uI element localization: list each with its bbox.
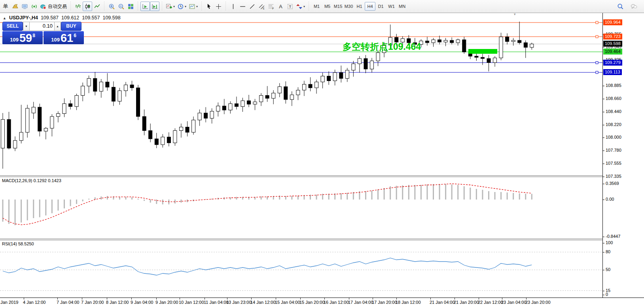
dropdown-arrow-icon[interactable]: ▾ xyxy=(196,5,198,8)
indicators-button[interactable]: ▾ xyxy=(165,2,176,11)
price-tick-label: 108.660 xyxy=(606,96,621,101)
timeframe-w1-button[interactable]: W1 xyxy=(386,2,397,11)
sell-price-display[interactable]: 109 59 8 xyxy=(2,31,43,44)
time-tick-label: 17 Jan 20:00 xyxy=(372,300,397,305)
arrows-button[interactable]: ▾ xyxy=(295,2,306,11)
periods-button[interactable]: ▾ xyxy=(176,2,188,11)
new-order-button[interactable]: 单 xyxy=(1,2,10,11)
axis-tick-mark xyxy=(603,243,604,243)
zoom-in-icon xyxy=(108,3,115,10)
time-tick-label: 17 Jan 04:00 xyxy=(348,300,373,305)
buy-button[interactable]: BUY xyxy=(61,22,81,31)
search-button[interactable] xyxy=(616,2,625,11)
toolbar-separator xyxy=(137,2,139,11)
volume-increase-button[interactable]: ▲ xyxy=(54,22,61,31)
timeframe-mn-button[interactable]: MN xyxy=(397,2,407,11)
buy-price-big: 61 xyxy=(61,32,73,44)
macd-tick-label: -0.8447 xyxy=(606,234,620,239)
price-tick-label: 108.000 xyxy=(606,135,621,139)
rsi-tick-label: 80 xyxy=(606,249,610,254)
time-tick-label: 23 Jan 20:00 xyxy=(525,300,551,305)
zoom-out-button[interactable] xyxy=(116,2,126,11)
autotrading-button[interactable]: 自动交易 xyxy=(39,2,68,11)
fibonacci-button[interactable]: F xyxy=(266,2,276,11)
zoom-in-button[interactable] xyxy=(107,2,116,11)
axis-tick-mark xyxy=(603,184,604,184)
time-axis[interactable]: 3 Jan 20194 Jan 12:007 Jan 04:007 Jan 20… xyxy=(0,298,644,307)
signals-icon-button[interactable] xyxy=(29,2,39,11)
trendline-icon xyxy=(249,3,256,10)
autotrading-icon xyxy=(40,3,47,10)
collapse-panel-icon[interactable]: ▲ xyxy=(3,16,6,20)
chat-button[interactable] xyxy=(629,2,638,11)
terminal-icon-button[interactable] xyxy=(20,2,29,11)
templates-button[interactable]: ▾ xyxy=(188,2,199,11)
timeframe-h1-button[interactable]: H1 xyxy=(354,2,365,11)
toolbar-separator xyxy=(225,2,227,11)
rsi-pane[interactable] xyxy=(0,240,602,298)
sell-button[interactable]: SELL xyxy=(2,22,23,31)
vertical-line-icon xyxy=(230,3,237,10)
volume-input[interactable]: 0.10 xyxy=(30,22,54,31)
crosshair-button[interactable] xyxy=(214,2,223,11)
line-chart-button[interactable] xyxy=(92,2,102,11)
rsi-label: RSI(14) xyxy=(2,241,17,246)
rsi-tick-label: 100 xyxy=(606,240,613,245)
candlestick-button[interactable] xyxy=(83,2,92,11)
channel-button[interactable]: E xyxy=(257,2,266,11)
svg-text:A: A xyxy=(279,4,282,9)
axis-tick-mark xyxy=(603,164,604,164)
sell-price-prefix: 109 xyxy=(10,37,19,43)
toolbar-separator xyxy=(201,2,203,11)
text-label-button[interactable]: T xyxy=(285,2,295,11)
price-axis[interactable]: 109.765109.545109.325108.885108.660108.4… xyxy=(602,13,644,298)
macd-value-1: 0.1292 xyxy=(33,178,47,183)
high-value: 109.612 xyxy=(61,15,79,21)
time-tick-label: 14 Jan 12:00 xyxy=(250,300,276,305)
scrollbar-thumb-icon[interactable]: ▾ xyxy=(514,12,516,16)
pivot-zone-rectangle[interactable] xyxy=(468,49,497,54)
timeframe-m15-button[interactable]: M15 xyxy=(333,2,343,11)
tile-windows-button[interactable] xyxy=(126,2,135,11)
time-tick-label: 3 Jan 2019 xyxy=(0,300,18,305)
macd-pane[interactable] xyxy=(0,177,602,239)
chart-shift-button[interactable] xyxy=(150,2,159,11)
horizontal-line-button[interactable] xyxy=(238,2,247,11)
rsi-value: 58.5250 xyxy=(18,241,34,246)
trendline-button[interactable] xyxy=(247,2,257,11)
price-chart-pane[interactable] xyxy=(0,13,602,175)
timeframe-m5-button[interactable]: M5 xyxy=(322,2,333,11)
axis-tick-mark xyxy=(603,137,604,138)
auto-scroll-button[interactable] xyxy=(140,2,150,11)
dropdown-arrow-icon[interactable]: ▾ xyxy=(185,5,186,8)
indicators-icon xyxy=(166,3,172,10)
timeframe-m30-button[interactable]: M30 xyxy=(343,2,354,11)
pivot-annotation-text[interactable]: 多空转折点109.464 xyxy=(343,41,421,53)
cursor-button[interactable] xyxy=(204,2,214,11)
dropdown-arrow-icon[interactable]: ▾ xyxy=(173,5,175,8)
terminal-icon-icon xyxy=(21,3,28,10)
buy-price-display[interactable]: 109 61 6 xyxy=(44,31,84,44)
timeframe-h4-button[interactable]: H4 xyxy=(365,2,375,11)
gold-icon-button[interactable] xyxy=(10,2,20,11)
axis-tick-mark xyxy=(603,125,604,125)
text-button[interactable]: A xyxy=(276,2,285,11)
timeframe-d1-button[interactable]: D1 xyxy=(375,2,386,11)
sell-price-sup: 8 xyxy=(32,33,35,38)
bar-chart-icon xyxy=(75,3,81,10)
dropdown-arrow-icon[interactable]: ▾ xyxy=(303,5,305,8)
bar-chart-button[interactable] xyxy=(73,2,83,11)
time-tick-mark xyxy=(24,298,24,299)
time-tick-label: 21 Jan 20:00 xyxy=(454,300,479,305)
time-tick-label: 21 Jan 04:00 xyxy=(430,300,455,305)
horizontal-line-icon xyxy=(239,3,246,10)
volume-decrease-button[interactable]: ▼ xyxy=(23,22,30,31)
fibonacci-icon: F xyxy=(268,3,275,10)
axis-tick-mark xyxy=(603,270,604,270)
time-tick-label: 15 Jan 20:00 xyxy=(299,300,325,305)
timeframe-m1-button[interactable]: M1 xyxy=(311,2,322,11)
rsi-tick-label: 0 xyxy=(606,292,608,297)
vertical-line-button[interactable] xyxy=(228,2,238,11)
chart-title-bar: ▲ USDJPY-,H4 109.587 109.612 109.557 109… xyxy=(3,15,121,21)
new-order-label: 单 xyxy=(3,3,8,10)
